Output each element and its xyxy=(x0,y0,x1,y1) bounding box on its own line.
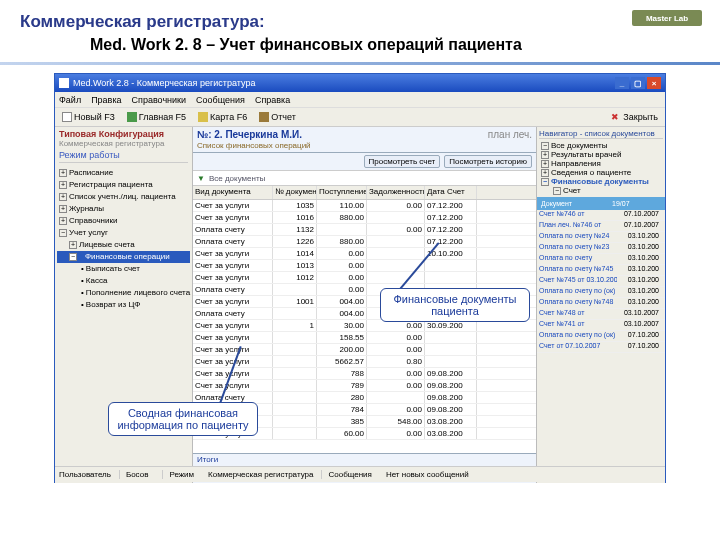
patient-name: Печеркина М.И. xyxy=(225,129,302,140)
docs-list: Документ19/07 Счет №746 от07.10.2007План… xyxy=(537,197,665,483)
menu-dict[interactable]: Справочники xyxy=(132,95,187,105)
table-row[interactable]: Счет за услуги200.000.00 xyxy=(193,344,536,356)
plan-link[interactable]: план леч. xyxy=(488,129,532,140)
table-row[interactable]: Счет за услуги1035110.000.0007.12.200 xyxy=(193,200,536,212)
card-icon xyxy=(198,112,208,122)
view-history-button[interactable]: Посмотреть историю xyxy=(444,155,532,168)
titlebar: Med.Work 2.8 - Коммерческая регистратура… xyxy=(55,74,665,92)
col-docno[interactable]: № документа xyxy=(273,186,317,199)
col-doctype[interactable]: Вид документа xyxy=(193,186,273,199)
menu-file[interactable]: Файл xyxy=(59,95,81,105)
app-icon xyxy=(59,78,69,88)
tree-subitem[interactable]: • Возврат из ЦФ xyxy=(57,299,190,311)
nav-item[interactable]: −Все документы xyxy=(539,141,663,150)
col-date[interactable]: Дата Счет xyxy=(425,186,477,199)
nav-subitem[interactable]: −Счет xyxy=(539,186,663,195)
doc-row[interactable]: Счет от 07.10.200707.10.200 xyxy=(537,342,665,353)
doc-row[interactable]: Оплата по счету по (ок)03.10.200 xyxy=(537,287,665,298)
table-row[interactable]: Оплата счету1226880.0007.12.200 xyxy=(193,236,536,248)
tb-card[interactable]: Карта F6 xyxy=(195,111,250,123)
tree-subitem[interactable]: • Пополнение лицевого счета xyxy=(57,287,190,299)
table-row[interactable]: Счет за услуги10140.0010.10.200 xyxy=(193,248,536,260)
table-row[interactable]: Счет за услуги7890.0009.08.200 xyxy=(193,380,536,392)
table-row[interactable]: Оплата счету11320.0007.12.200 xyxy=(193,224,536,236)
totals-label: Итоги xyxy=(197,455,532,464)
tb-new[interactable]: Новый F3 xyxy=(59,111,118,123)
doc-row[interactable]: Оплата по счету №74803.10.200 xyxy=(537,298,665,309)
tree-subitem[interactable]: • Выписать счет xyxy=(57,263,190,275)
callout-summary: Сводная финансовая информация по пациент… xyxy=(108,402,258,436)
doc-row[interactable]: Оплата по счету №2403.10.200 xyxy=(537,232,665,243)
status-user-label: Пользователь xyxy=(59,470,111,479)
nav-item-findocs[interactable]: −Финансовые документы xyxy=(539,177,663,186)
doc-row[interactable]: Оплата по счету03.10.200 xyxy=(537,254,665,265)
tree-finops-selected[interactable]: −Финансовые операции xyxy=(57,251,190,263)
doc-row[interactable]: Счет №741 от03.10.2007 xyxy=(537,320,665,331)
table-row[interactable]: Счет за услуги1016880.0007.12.200 xyxy=(193,212,536,224)
status-msg: Нет новых сообщений xyxy=(386,470,469,479)
menu-msg[interactable]: Сообщения xyxy=(196,95,245,105)
filter-bar: ▼ Все документы xyxy=(193,171,536,185)
brand-logo: Master Lab xyxy=(632,10,702,26)
col-debt[interactable]: Задолженность xyxy=(367,186,425,199)
doc-row[interactable]: Счет №746 от07.10.2007 xyxy=(537,210,665,221)
tree-item[interactable]: +Справочники xyxy=(57,215,190,227)
close-icon: ✖ xyxy=(611,112,621,122)
navigator: Навигатор - список документов −Все докум… xyxy=(537,127,665,197)
home-icon xyxy=(127,112,137,122)
status-mode-label: Режим xyxy=(162,470,200,479)
docs-header: Документ19/07 xyxy=(537,197,665,210)
menu-edit[interactable]: Правка xyxy=(91,95,121,105)
tb-main[interactable]: Главная F5 xyxy=(124,111,189,123)
doc-row[interactable]: Оплата по счету №74503.10.200 xyxy=(537,265,665,276)
table-row[interactable]: Счет за услуги158.550.00 xyxy=(193,332,536,344)
tb-report[interactable]: Отчет xyxy=(256,111,299,123)
view-bill-button[interactable]: Просмотреть счет xyxy=(364,155,441,168)
nav-item[interactable]: +Сведения о пациенте xyxy=(539,168,663,177)
page-subtitle: Med. Work 2. 8 – Учет финансовых операци… xyxy=(0,36,720,62)
status-user: Босов xyxy=(119,470,155,479)
divider xyxy=(0,62,720,65)
page-title: Коммерческая регистратура: xyxy=(0,0,720,36)
statusbar: Пользователь Босов Режим Коммерческая ре… xyxy=(55,466,665,482)
nav-title: Навигатор - список документов xyxy=(539,129,663,139)
table-row[interactable]: Счет за услуги7880.0009.08.200 xyxy=(193,368,536,380)
tb-close[interactable]: ✖Закрыть xyxy=(608,111,661,123)
doc-row[interactable]: Оплата по счету №2303.10.200 xyxy=(537,243,665,254)
toolbar: Новый F3 Главная F5 Карта F6 Отчет ✖Закр… xyxy=(55,107,665,127)
doc-row[interactable]: План леч. №746 от07.10.2007 xyxy=(537,221,665,232)
tree-item[interactable]: +Расписание xyxy=(57,167,190,179)
table-row[interactable]: Счет за услуги10120.00 xyxy=(193,272,536,284)
tree-item[interactable]: +Регистрация пациента xyxy=(57,179,190,191)
menubar: Файл Правка Справочники Сообщения Справк… xyxy=(55,92,665,107)
tree-subitem[interactable]: • Касса xyxy=(57,275,190,287)
filter-icon[interactable]: ▼ xyxy=(197,174,205,183)
close-button[interactable]: × xyxy=(647,77,661,89)
patient-no: №: 2. xyxy=(197,129,223,140)
filter-all[interactable]: Все документы xyxy=(209,174,265,183)
table-row[interactable]: Счет за услуги10130.00 xyxy=(193,260,536,272)
menu-help[interactable]: Справка xyxy=(255,95,290,105)
doc-row[interactable]: Счет №748 от03.10.2007 xyxy=(537,309,665,320)
table-header: Вид документа № документа Поступление За… xyxy=(193,185,536,200)
minimize-button[interactable]: _ xyxy=(615,77,629,89)
list-title: Список финансовых операций xyxy=(197,141,311,150)
tree-item[interactable]: +Список учетн./лиц. пациента xyxy=(57,191,190,203)
doc-row[interactable]: Счет №745 от 03.10.200703.10.200 xyxy=(537,276,665,287)
tree-item[interactable]: +Журналы xyxy=(57,203,190,215)
col-income[interactable]: Поступление xyxy=(317,186,367,199)
config-title: Типовая Конфигурация xyxy=(59,129,188,139)
doc-row[interactable]: Оплата по счету по (ок)07.10.200 xyxy=(537,331,665,342)
mode-label: Режим работы xyxy=(59,150,188,163)
nav-item[interactable]: +Результаты врачей xyxy=(539,150,663,159)
new-icon xyxy=(62,112,72,122)
tree-subitem[interactable]: +Лицевые счета xyxy=(57,239,190,251)
status-mode: Коммерческая регистратура xyxy=(208,470,313,479)
status-msg-label: Сообщения xyxy=(321,470,377,479)
config-sub: Коммерческая регистратура xyxy=(59,139,188,148)
nav-item[interactable]: +Направления xyxy=(539,159,663,168)
tree-item[interactable]: −Учет услуг xyxy=(57,227,190,239)
callout-findocs: Финансовые документы пациента xyxy=(380,288,530,322)
maximize-button[interactable]: ▢ xyxy=(631,77,645,89)
table-row[interactable]: Счет за услуги5662.570.80 xyxy=(193,356,536,368)
